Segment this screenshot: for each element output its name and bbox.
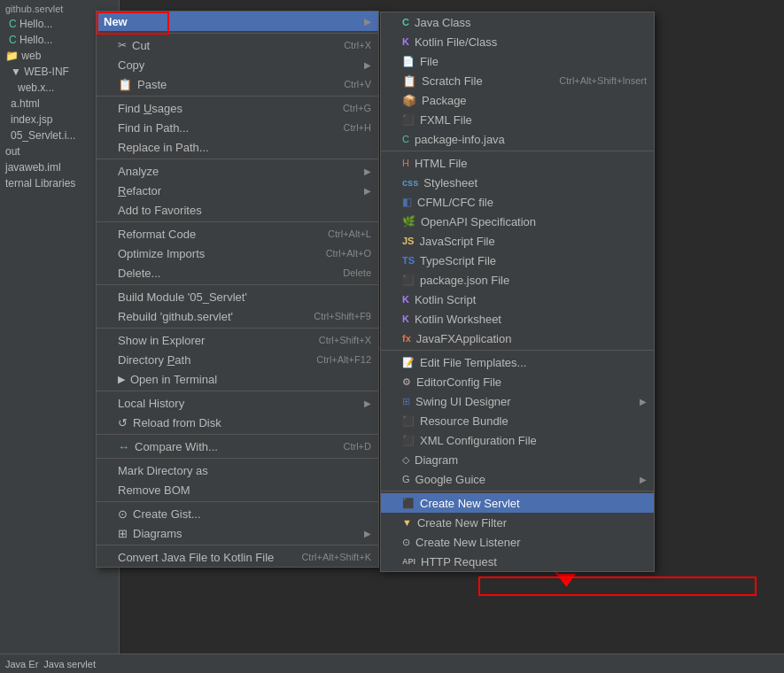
menu-item-create-gist[interactable]: ⊙ Create Gist... xyxy=(97,504,378,523)
submenu-cfml[interactable]: ◧ CFML/CFC file xyxy=(381,192,654,212)
submenu-swing-ui[interactable]: ⊞ Swing UI Designer ▶ xyxy=(381,391,654,411)
find-in-path-label: Find in Path... xyxy=(118,121,189,135)
menu-item-replace-in-path[interactable]: Replace in Path... xyxy=(97,137,378,157)
paste-label: Paste xyxy=(137,78,167,91)
submenu-scratch-file[interactable]: 📋 Scratch File Ctrl+Alt+Shift+Insert xyxy=(381,71,654,90)
menu-item-analyze[interactable]: Analyze ▶ xyxy=(97,161,378,181)
submenu-package-json[interactable]: ⬛ package.json File xyxy=(381,270,654,290)
menu-item-directory-path[interactable]: Directory Path Ctrl+Alt+F12 xyxy=(97,350,378,369)
java-class-label: Java Class xyxy=(415,16,471,29)
diagrams-label: Diagrams xyxy=(133,527,182,540)
resource-icon: ⬛ xyxy=(402,415,415,427)
scratch-file-label: Scratch File xyxy=(422,74,483,88)
java-class-icon: C xyxy=(402,17,409,27)
fxml-icon: ⬛ xyxy=(402,114,415,126)
menu-item-mark-directory[interactable]: Mark Directory as xyxy=(97,460,378,480)
xml-config-label: XML Configuration File xyxy=(420,434,537,447)
replace-in-path-label: Replace in Path... xyxy=(118,141,209,154)
separator-3 xyxy=(97,159,378,159)
menu-item-refactor[interactable]: Refactor ▶ xyxy=(97,181,378,200)
menu-item-cut[interactable]: ✂ Cut Ctrl+X xyxy=(97,35,378,55)
reformat-label: Reformat Code xyxy=(118,228,196,241)
submenu-diagram[interactable]: ◇ Diagram xyxy=(381,450,654,469)
submenu-xml-config[interactable]: ⬛ XML Configuration File xyxy=(381,430,654,450)
submenu-create-filter[interactable]: ▼ Create New Filter xyxy=(381,513,654,532)
submenu-kotlin-file[interactable]: K Kotlin File/Class xyxy=(381,32,654,51)
submenu-create-servlet[interactable]: ⬛ Create New Servlet xyxy=(381,493,654,513)
menu-item-add-favorites[interactable]: Add to Favorites xyxy=(97,200,378,220)
menu-item-rebuild[interactable]: Rebuild 'github.servlet' Ctrl+Shift+F9 xyxy=(97,306,378,326)
submenu-editorconfig[interactable]: ⚙ EditorConfig File xyxy=(381,372,654,391)
cut-label: Cut xyxy=(132,39,150,52)
submenu-create-listener[interactable]: ⊙ Create New Listener xyxy=(381,532,654,552)
menu-item-find-usages[interactable]: Find Usages Ctrl+G xyxy=(97,98,378,118)
separator-1 xyxy=(97,33,378,34)
submenu-openapi[interactable]: 🌿 OpenAPI Specification xyxy=(381,212,654,231)
submenu-typescript[interactable]: TS TypeScript File xyxy=(381,251,654,270)
analyze-arrow: ▶ xyxy=(364,166,371,176)
terminal-icon: ▶ xyxy=(118,374,125,385)
submenu-kotlin-worksheet[interactable]: K Kotlin Worksheet xyxy=(381,309,654,329)
refactor-label: Refactor xyxy=(118,184,161,197)
rebuild-label: Rebuild 'github.servlet' xyxy=(118,310,233,323)
optimize-imports-shortcut: Ctrl+Alt+O xyxy=(308,248,371,259)
create-gist-label: Create Gist... xyxy=(133,507,201,521)
html-file-label: HTML File xyxy=(415,157,467,170)
submenu-stylesheet[interactable]: css Stylesheet xyxy=(381,173,654,192)
menu-item-find-in-path[interactable]: Find in Path... Ctrl+H xyxy=(97,118,378,137)
submenu-google-guice[interactable]: G Google Guice ▶ xyxy=(381,469,654,489)
submenu-resource-bundle[interactable]: ⬛ Resource Bundle xyxy=(381,411,654,430)
google-guice-label: Google Guice xyxy=(415,473,486,486)
menu-item-paste[interactable]: 📋 Paste Ctrl+V xyxy=(97,74,378,94)
editorconfig-label: EditorConfig File xyxy=(416,375,501,389)
menu-item-compare-with[interactable]: ↔ Compare With... Ctrl+D xyxy=(97,437,378,456)
mark-directory-label: Mark Directory as xyxy=(118,464,208,477)
menu-item-reload[interactable]: ↺ Reload from Disk xyxy=(97,413,378,432)
submenu-package-info[interactable]: C package-info.java xyxy=(381,129,654,149)
paste-icon: 📋 xyxy=(118,78,132,91)
submenu-file[interactable]: 📄 File xyxy=(381,51,654,71)
status-java-servlet: Java servlet xyxy=(43,659,96,669)
create-listener-label: Create New Listener xyxy=(415,536,521,549)
menu-item-reformat[interactable]: Reformat Code Ctrl+Alt+L xyxy=(97,224,378,244)
menu-item-show-explorer[interactable]: Show in Explorer Ctrl+Shift+X xyxy=(97,330,378,350)
find-usages-shortcut: Ctrl+G xyxy=(325,103,371,113)
xml-icon: ⬛ xyxy=(402,435,415,446)
submenu-fxml[interactable]: ⬛ FXML File xyxy=(381,110,654,129)
menu-item-convert-java[interactable]: Convert Java File to Kotlin File Ctrl+Al… xyxy=(97,547,378,567)
menu-item-open-terminal[interactable]: ▶ Open in Terminal xyxy=(97,369,378,389)
submenu-kotlin-script[interactable]: K Kotlin Script xyxy=(381,290,654,309)
github-icon: ⊙ xyxy=(118,507,128,521)
separator-4 xyxy=(97,221,378,222)
submenu-java-class[interactable]: C Java Class xyxy=(381,12,654,32)
menu-item-optimize-imports[interactable]: Optimize Imports Ctrl+Alt+O xyxy=(97,244,378,263)
menu-item-diagrams[interactable]: ⊞ Diagrams ▶ xyxy=(97,523,378,543)
submenu-edit-templates[interactable]: 📝 Edit File Templates... xyxy=(381,352,654,372)
reload-label: Reload from Disk xyxy=(133,416,221,429)
menu-item-build-module[interactable]: Build Module '05_Servlet' xyxy=(97,287,378,306)
swing-icon: ⊞ xyxy=(402,396,410,407)
submenu-package[interactable]: 📦 Package xyxy=(381,90,654,110)
menu-item-remove-bom[interactable]: Remove BOM xyxy=(97,480,378,499)
file-label: File xyxy=(420,55,439,68)
create-servlet-label: Create New Servlet xyxy=(420,497,520,510)
menu-item-delete[interactable]: Delete... Delete xyxy=(97,263,378,282)
convert-java-label: Convert Java File to Kotlin File xyxy=(118,551,274,564)
guice-arrow: ▶ xyxy=(640,475,647,484)
kotlin-file-label: Kotlin File/Class xyxy=(415,35,497,49)
javafx-icon: fx xyxy=(402,333,411,344)
package-icon: 📦 xyxy=(402,94,416,107)
paste-shortcut: Ctrl+V xyxy=(326,79,371,89)
submenu-http-request[interactable]: API HTTP Request xyxy=(381,552,654,571)
submenu-javascript[interactable]: JS JavaScript File xyxy=(381,231,654,251)
menu-item-new[interactable]: New ▶ xyxy=(97,12,378,31)
submenu-javafx[interactable]: fx JavaFXApplication xyxy=(381,329,654,348)
submenu-arrow: ▶ xyxy=(364,17,371,27)
separator-10 xyxy=(97,501,378,502)
sub-separator-2 xyxy=(381,350,654,351)
local-history-arrow: ▶ xyxy=(364,398,371,408)
package-label: Package xyxy=(422,94,467,107)
menu-item-copy[interactable]: Copy ▶ xyxy=(97,55,378,74)
menu-item-local-history[interactable]: Local History ▶ xyxy=(97,393,378,413)
submenu-html-file[interactable]: H HTML File xyxy=(381,153,654,173)
